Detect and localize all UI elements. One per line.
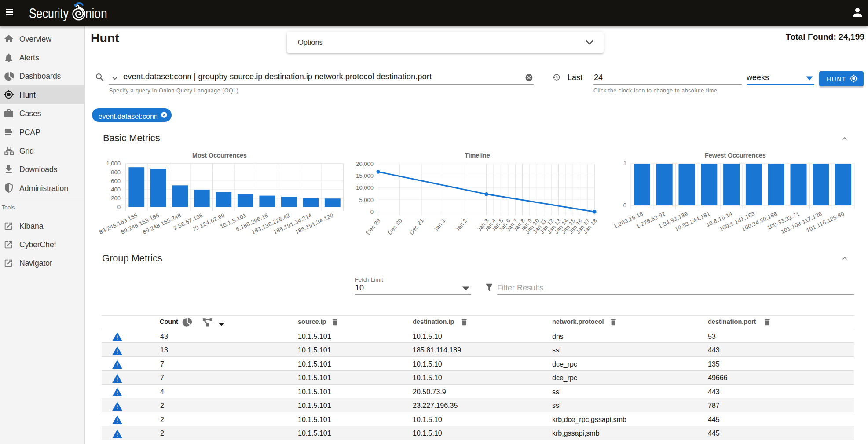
svg-text:nion: nion <box>85 6 107 21</box>
svg-text:15,000: 15,000 <box>356 172 374 179</box>
svg-text:0: 0 <box>623 202 626 209</box>
svg-text:200: 200 <box>111 195 121 202</box>
svg-text:400: 400 <box>111 186 121 193</box>
svg-text:Dec 30: Dec 30 <box>386 217 403 236</box>
svg-text:20,000: 20,000 <box>356 161 374 167</box>
svg-text:600: 600 <box>111 178 121 184</box>
svg-text:Timeline: Timeline <box>465 152 490 159</box>
svg-text:Dec 29: Dec 29 <box>365 217 382 236</box>
svg-text:Dec 31: Dec 31 <box>408 217 425 236</box>
svg-text:101.116.125.80: 101.116.125.80 <box>805 210 845 234</box>
svg-text:0: 0 <box>370 209 374 215</box>
svg-text:Jan 2: Jan 2 <box>454 217 469 233</box>
svg-text:10,000: 10,000 <box>356 184 374 191</box>
svg-text:5,000: 5,000 <box>359 197 374 203</box>
svg-text:Jan 1: Jan 1 <box>432 217 447 233</box>
svg-text:Security: Security <box>29 6 69 21</box>
svg-text:0: 0 <box>117 204 121 210</box>
svg-text:Most Occurrences: Most Occurrences <box>192 152 247 159</box>
svg-text:Fewest Occurrences: Fewest Occurrences <box>705 152 766 159</box>
svg-text:1: 1 <box>623 160 626 167</box>
svg-text:1,000: 1,000 <box>106 160 121 167</box>
svg-text:800: 800 <box>111 169 121 176</box>
